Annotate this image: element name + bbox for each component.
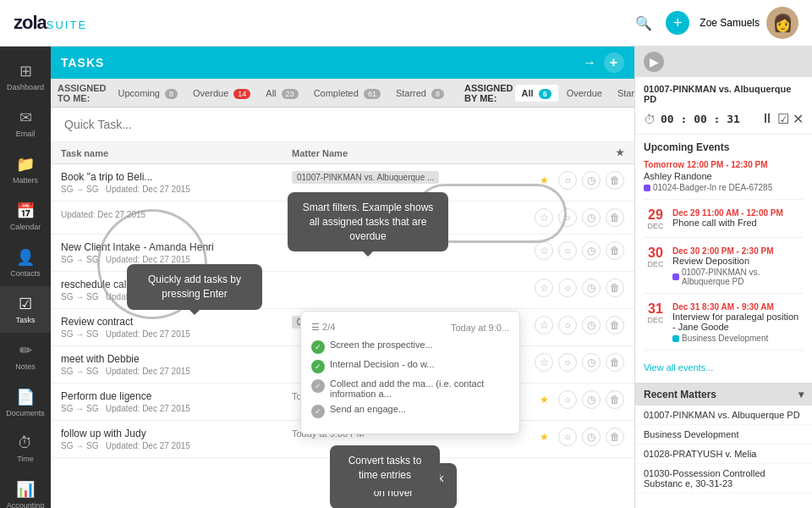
delete-icon[interactable]: 🗑 [606, 428, 624, 446]
complete-icon[interactable]: ○ [558, 390, 577, 409]
recent-matters-header[interactable]: Recent Matters ▾ [635, 384, 812, 406]
event-item[interactable]: 29 DEC Dec 29 11:00 AM - 12:00 PM Phone … [644, 208, 804, 238]
complete-icon[interactable]: ○ [558, 171, 577, 190]
event-item[interactable]: Tomorrow 12:00 PM - 12:30 PM Ashley Rand… [644, 160, 804, 200]
event-name: Review Deposition [672, 256, 804, 266]
complete-icon[interactable]: ○ [558, 279, 577, 297]
tooltip-smart-filter: Smart filters. Example shows all assigne… [288, 192, 448, 251]
tab-upcoming[interactable]: Upcoming 8 [111, 85, 184, 102]
subtask-check-icon: ✓ [311, 360, 325, 373]
star-icon[interactable]: ☆ [535, 208, 553, 227]
delete-icon[interactable]: 🗑 [606, 353, 624, 372]
notes-icon: ✏ [19, 341, 32, 360]
list-item[interactable]: 01028-PRATYUSH v. Melia [635, 444, 812, 464]
sidebar-item-dashboard[interactable]: ⊞ Dashboard [0, 53, 51, 100]
delete-icon[interactable]: 🗑 [606, 279, 624, 297]
tab-completed[interactable]: Completed 61 [307, 85, 387, 102]
col-actions-header: ★ [523, 147, 624, 158]
complete-icon[interactable]: ○ [558, 316, 577, 334]
star-icon[interactable]: ☆ [535, 316, 553, 334]
timer-pause-button[interactable]: ⏸ [760, 111, 774, 127]
timer-close-button[interactable]: ✕ [793, 111, 804, 127]
event-date-mon: DEC [644, 316, 667, 324]
sidebar-label-calendar: Calendar [10, 223, 41, 231]
tab-all[interactable]: All 23 [259, 85, 304, 102]
sidebar: ⊞ Dashboard ✉ Email 📁 Matters 📅 Calendar… [0, 47, 51, 508]
subtask-check-icon: ✓ [311, 340, 325, 354]
timer-check-button[interactable]: ☑ [777, 111, 789, 127]
delete-icon[interactable]: 🗑 [606, 208, 624, 227]
star-icon[interactable]: ★ [535, 171, 553, 190]
sidebar-item-documents[interactable]: 📄 Documents [0, 379, 51, 426]
clock-icon[interactable]: ◷ [582, 241, 601, 260]
star-icon[interactable]: ☆ [535, 279, 553, 297]
sidebar-item-time[interactable]: ⏱ Time [0, 426, 51, 472]
recent-matters: Recent Matters ▾ 01007-PINKMAN vs. Albuq… [635, 383, 812, 494]
star-icon[interactable]: ☆ [535, 353, 553, 372]
subtask-check-partial-icon: ✓ [311, 405, 325, 418]
clock-icon[interactable]: ◷ [582, 390, 601, 409]
event-date-box: 30 DEC [644, 246, 667, 268]
user-info[interactable]: Zoe Samuels 👩 [700, 7, 798, 39]
upcoming-events-title: Upcoming Events [644, 141, 804, 153]
sidebar-item-calendar[interactable]: 📅 Calendar [0, 193, 51, 240]
clock-icon[interactable]: ◷ [582, 316, 601, 334]
clock-icon[interactable]: ◷ [582, 279, 601, 297]
star-icon[interactable]: ☆ [535, 241, 553, 260]
subtask-text: Send an engage... [330, 404, 406, 414]
complete-icon[interactable]: ○ [558, 428, 577, 446]
subtask-item: ✓ Collect and add the ma... (i.e. contac… [311, 378, 509, 399]
tabs-row: ASSIGNED TO ME: Upcoming 8 Overdue 14 Al… [51, 79, 634, 108]
sidebar-label-tasks: Tasks [15, 316, 35, 324]
tab-overdue[interactable]: Overdue 14 [186, 85, 257, 102]
search-icon[interactable]: 🔍 [632, 11, 656, 35]
complete-icon[interactable]: ○ [558, 208, 577, 227]
sidebar-item-tasks[interactable]: ☑ Tasks [0, 286, 51, 333]
clock-icon[interactable]: ◷ [582, 428, 601, 446]
tab-by-starred[interactable]: Starred 1 [611, 85, 634, 102]
clock-icon[interactable]: ◷ [582, 208, 601, 227]
delete-icon[interactable]: 🗑 [606, 316, 624, 334]
complete-icon[interactable]: ○ [558, 241, 577, 260]
sidebar-item-accounting[interactable]: 📊 Accounting [0, 472, 51, 508]
right-panel-matter-title: 01007-PINKMAN vs. Albuquerque PD [635, 77, 812, 108]
subtask-check-partial-icon: ✓ [311, 379, 325, 393]
event-item[interactable]: 30 DEC Dec 30 2:00 PM - 2:30 PM Review D… [644, 246, 804, 294]
sidebar-item-matters[interactable]: 📁 Matters [0, 146, 51, 193]
tab-starred[interactable]: Starred 8 [389, 85, 451, 102]
sidebar-label-notes: Notes [15, 362, 36, 371]
sidebar-label-dashboard: Dashboard [7, 83, 44, 91]
delete-icon[interactable]: 🗑 [606, 171, 624, 190]
event-matter-text: Business Development [682, 334, 768, 343]
star-icon[interactable]: ★ [535, 390, 553, 409]
task-name-cell: New Client Intake - Amanda Henri SG → SG… [61, 241, 292, 264]
tasks-add-button[interactable]: + [604, 52, 624, 73]
delete-icon[interactable]: 🗑 [606, 390, 624, 409]
complete-icon[interactable]: ○ [558, 353, 577, 372]
event-date-box: 29 DEC [644, 208, 667, 230]
right-panel-nav-arrow[interactable]: ▶ [644, 52, 664, 72]
sidebar-item-email[interactable]: ✉ Email [0, 100, 51, 146]
tasks-nav-arrow[interactable]: → [583, 55, 597, 70]
list-item[interactable]: 01007-PINKMAN vs. Albuquerque PD [635, 406, 812, 425]
event-date-box: 31 DEC [644, 302, 667, 324]
clock-icon[interactable]: ◷ [582, 171, 601, 190]
add-button[interactable]: + [666, 11, 689, 35]
event-item[interactable]: 31 DEC Dec 31 8:30 AM - 9:30 AM Intervie… [644, 302, 804, 351]
task-name: New Client Intake - Amanda Henri [61, 241, 292, 253]
tab-by-overdue[interactable]: Overdue [560, 85, 609, 102]
tab-overdue-badge: 14 [233, 89, 250, 99]
list-item[interactable]: Business Development [635, 425, 812, 444]
quick-task-input[interactable] [61, 114, 624, 135]
tooltip-smart-text: Smart filters. Example shows all assigne… [303, 202, 434, 242]
task-name: Perform due ligence [61, 390, 292, 402]
tab-by-all[interactable]: All 6 [515, 85, 558, 102]
sidebar-item-contacts[interactable]: 👤 Contacts [0, 240, 51, 286]
view-all-events-link[interactable]: View all events... [644, 359, 804, 376]
sidebar-item-notes[interactable]: ✏ Notes [0, 333, 51, 379]
star-icon[interactable]: ★ [535, 428, 553, 446]
list-item[interactable]: 01030-Possession Controlled Substanc e, … [635, 464, 812, 494]
delete-icon[interactable]: 🗑 [606, 241, 624, 260]
task-name: Review contract [61, 316, 292, 328]
clock-icon[interactable]: ◷ [582, 353, 601, 372]
